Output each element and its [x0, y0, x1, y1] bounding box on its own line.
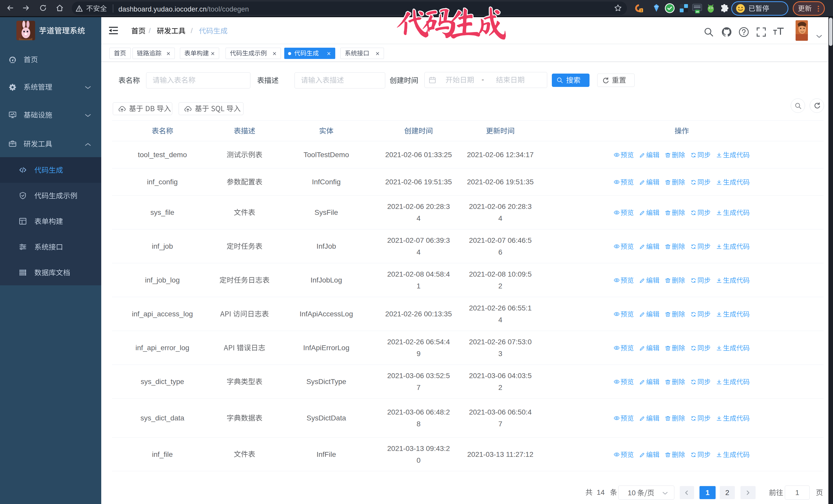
svg-text:1: 1: [640, 8, 642, 12]
svg-text:on: on: [696, 10, 699, 13]
